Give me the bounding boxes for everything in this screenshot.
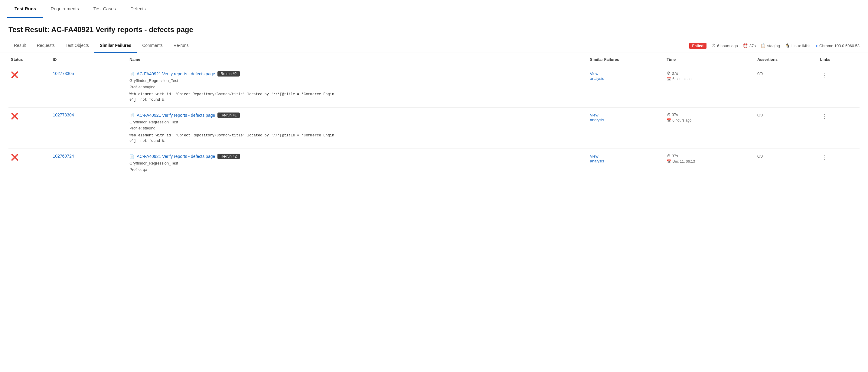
row-name-link[interactable]: AC-FA40921 Verify reports - defects page: [137, 71, 215, 76]
view-analysis-link[interactable]: Viewanalysis: [590, 71, 604, 81]
clock-icon: ⏱: [711, 43, 716, 48]
col-header-links: Links: [818, 53, 860, 66]
row-profile: Profile: staging: [129, 125, 585, 131]
row-similar-cell: Viewanalysis: [587, 107, 664, 149]
linux-icon: 🐧: [785, 43, 790, 48]
row-links-cell: ⋮: [818, 66, 860, 108]
row-id-link[interactable]: 102773304: [53, 113, 74, 117]
status-badge: Failed: [689, 43, 707, 49]
col-header-similar-failures: Similar Failures: [587, 53, 664, 66]
sub-tab-test-objects[interactable]: Test Objects: [60, 39, 94, 53]
row-name-link[interactable]: AC-FA40921 Verify reports - defects page: [137, 113, 215, 118]
row-assertions-value: 0/0: [757, 71, 763, 76]
col-header-id: ID: [50, 53, 127, 66]
row-name-line: 📄 AC-FA40921 Verify reports - defects pa…: [129, 154, 585, 159]
more-menu-button[interactable]: ⋮: [820, 113, 829, 120]
clock-small-icon: ⏱: [666, 154, 671, 158]
sub-tab-requests[interactable]: Requests: [31, 39, 60, 53]
more-menu-button[interactable]: ⋮: [820, 154, 829, 161]
timer-icon: ⏰: [743, 43, 748, 48]
row-name-cell: 📄 AC-FA40921 Verify reports - defects pa…: [127, 149, 587, 178]
rerun-badge: Re-run #2: [217, 71, 240, 76]
row-name-cell: 📄 AC-FA40921 Verify reports - defects pa…: [127, 66, 587, 108]
results-table-container: Status ID Name Similar Failures Time Ass…: [0, 53, 868, 178]
table-row: ❌102760724 📄 AC-FA40921 Verify reports -…: [8, 149, 860, 178]
clock-small-icon: ⏱: [666, 113, 671, 117]
nav-tab-test-cases[interactable]: Test Cases: [86, 0, 123, 18]
row-time-info: ⏱ 37s 📅 6 hours ago: [666, 113, 752, 123]
results-table: Status ID Name Similar Failures Time Ass…: [8, 53, 860, 178]
meta-os: 🐧 Linux 64bit: [785, 43, 810, 48]
row-suite: Gryffindor_Regression_Test: [129, 78, 585, 84]
calendar-icon: 📅: [666, 159, 671, 164]
fail-icon: ❌: [11, 154, 19, 161]
sub-tab-comments[interactable]: Comments: [137, 39, 168, 53]
table-header-row: Status ID Name Similar Failures Time Ass…: [8, 53, 860, 66]
rerun-badge: Re-run #2: [217, 154, 240, 159]
row-profile: Profile: qa: [129, 167, 585, 173]
calendar-icon: 📅: [666, 118, 671, 123]
row-error-text: Web element with id: 'Object Repository/…: [129, 133, 585, 144]
row-suite: Gryffindor_Regression_Test: [129, 119, 585, 125]
row-duration: ⏱ 37s: [666, 71, 752, 75]
nav-tab-defects[interactable]: Defects: [123, 0, 153, 18]
meta-env: 📋 staging: [761, 43, 780, 48]
fail-icon: ❌: [11, 113, 19, 120]
row-similar-cell: Viewanalysis: [587, 149, 664, 178]
sub-tab-result[interactable]: Result: [8, 39, 31, 53]
row-status-cell: ❌: [8, 107, 50, 149]
row-error-text: Web element with id: 'Object Repository/…: [129, 92, 585, 102]
row-name-link[interactable]: AC-FA40921 Verify reports - defects page: [137, 154, 215, 159]
fail-icon: ❌: [11, 71, 19, 78]
view-analysis-link[interactable]: Viewanalysis: [590, 154, 604, 163]
row-assertions-value: 0/0: [757, 154, 763, 158]
sub-tabs-left: Result Requests Test Objects Similar Fai…: [8, 39, 194, 53]
row-assertions-value: 0/0: [757, 113, 763, 117]
row-links-cell: ⋮: [818, 149, 860, 178]
more-menu-button[interactable]: ⋮: [820, 71, 829, 79]
chrome-icon: ●: [815, 43, 818, 48]
row-duration: ⏱ 37s: [666, 154, 752, 158]
view-analysis-link[interactable]: Viewanalysis: [590, 113, 604, 122]
calendar-icon: 📅: [666, 77, 671, 81]
top-navigation: Test Runs Requirements Test Cases Defect…: [0, 0, 868, 18]
row-time-info: ⏱ 37s 📅 Dec 11, 06:13: [666, 154, 752, 164]
external-link-icon: 📄: [129, 154, 134, 159]
row-time-cell: ⏱ 37s 📅 6 hours ago: [664, 107, 755, 149]
row-status-cell: ❌: [8, 66, 50, 108]
row-id-link[interactable]: 102760724: [53, 154, 74, 158]
row-id-cell: 102760724: [50, 149, 127, 178]
row-time-ago: 📅 Dec 11, 06:13: [666, 159, 752, 164]
meta-duration: ⏰ 37s: [743, 43, 756, 48]
clock-small-icon: ⏱: [666, 71, 671, 75]
table-row: ❌102773305 📄 AC-FA40921 Verify reports -…: [8, 66, 860, 108]
row-name-line: 📄 AC-FA40921 Verify reports - defects pa…: [129, 113, 585, 118]
row-assertions-cell: 0/0: [755, 149, 818, 178]
sub-tabs-meta: Failed ⏱ 6 hours ago ⏰ 37s 📋 staging 🐧 L…: [689, 43, 860, 49]
sub-tabs-bar: Result Requests Test Objects Similar Fai…: [0, 39, 868, 53]
row-suite: Gryffindor_Regression_Test: [129, 160, 585, 167]
row-time-cell: ⏱ 37s 📅 6 hours ago: [664, 66, 755, 108]
row-assertions-cell: 0/0: [755, 66, 818, 108]
meta-browser: ● Chrome 103.0.5060.53: [815, 43, 860, 48]
nav-tab-test-runs[interactable]: Test Runs: [7, 0, 43, 18]
row-id-cell: 102773305: [50, 66, 127, 108]
row-id-link[interactable]: 102773305: [53, 71, 74, 76]
row-profile: Profile: staging: [129, 84, 585, 90]
external-link-icon: 📄: [129, 113, 134, 117]
sub-tab-similar-failures[interactable]: Similar Failures: [94, 39, 137, 53]
doc-icon: 📋: [761, 43, 766, 48]
col-header-status: Status: [8, 53, 50, 66]
meta-time-ago: ⏱ 6 hours ago: [711, 43, 738, 48]
row-name-line: 📄 AC-FA40921 Verify reports - defects pa…: [129, 71, 585, 76]
col-header-name: Name: [127, 53, 587, 66]
page-title: Test Result: AC-FA40921 Verify reports -…: [0, 18, 868, 39]
nav-tab-requirements[interactable]: Requirements: [43, 0, 86, 18]
row-similar-cell: Viewanalysis: [587, 66, 664, 108]
row-time-ago: 📅 6 hours ago: [666, 77, 752, 81]
sub-tab-re-runs[interactable]: Re-runs: [168, 39, 194, 53]
row-duration: ⏱ 37s: [666, 113, 752, 117]
row-name-cell: 📄 AC-FA40921 Verify reports - defects pa…: [127, 107, 587, 149]
row-time-cell: ⏱ 37s 📅 Dec 11, 06:13: [664, 149, 755, 178]
external-link-icon: 📄: [129, 72, 134, 76]
